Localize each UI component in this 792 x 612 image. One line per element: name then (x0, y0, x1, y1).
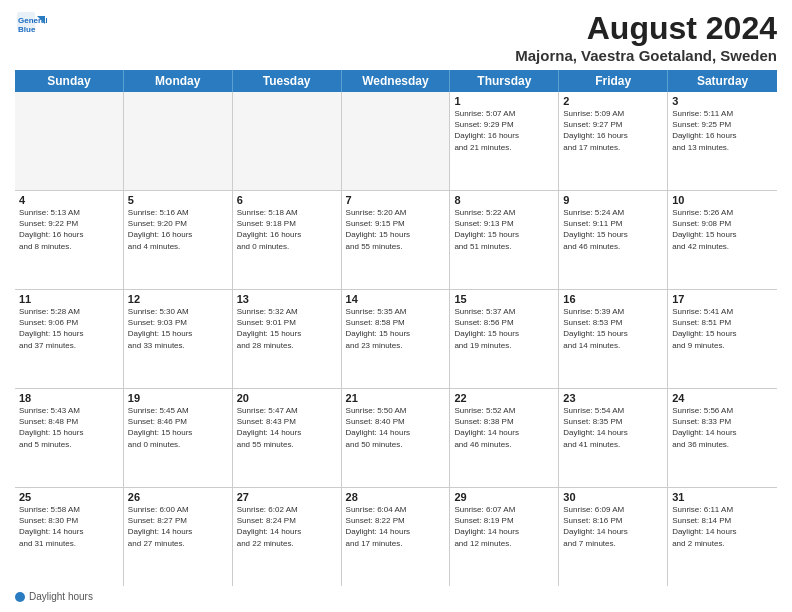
day-info: Sunrise: 5:58 AM Sunset: 8:30 PM Dayligh… (19, 504, 119, 549)
header-cell-tuesday: Tuesday (233, 70, 342, 92)
day-info: Sunrise: 5:54 AM Sunset: 8:35 PM Dayligh… (563, 405, 663, 450)
day-info: Sunrise: 5:37 AM Sunset: 8:56 PM Dayligh… (454, 306, 554, 351)
day-info: Sunrise: 5:32 AM Sunset: 9:01 PM Dayligh… (237, 306, 337, 351)
day-number: 27 (237, 491, 337, 503)
day-number: 30 (563, 491, 663, 503)
day-number: 26 (128, 491, 228, 503)
day-info: Sunrise: 5:56 AM Sunset: 8:33 PM Dayligh… (672, 405, 773, 450)
day-cell-25: 25Sunrise: 5:58 AM Sunset: 8:30 PM Dayli… (15, 488, 124, 586)
day-cell-9: 9Sunrise: 5:24 AM Sunset: 9:11 PM Daylig… (559, 191, 668, 289)
day-cell-15: 15Sunrise: 5:37 AM Sunset: 8:56 PM Dayli… (450, 290, 559, 388)
day-info: Sunrise: 5:39 AM Sunset: 8:53 PM Dayligh… (563, 306, 663, 351)
day-info: Sunrise: 5:11 AM Sunset: 9:25 PM Dayligh… (672, 108, 773, 153)
day-number: 25 (19, 491, 119, 503)
day-number: 18 (19, 392, 119, 404)
day-cell-empty-0 (15, 92, 124, 190)
header-cell-friday: Friday (559, 70, 668, 92)
day-info: Sunrise: 5:47 AM Sunset: 8:43 PM Dayligh… (237, 405, 337, 450)
day-cell-3: 3Sunrise: 5:11 AM Sunset: 9:25 PM Daylig… (668, 92, 777, 190)
day-number: 4 (19, 194, 119, 206)
day-info: Sunrise: 5:35 AM Sunset: 8:58 PM Dayligh… (346, 306, 446, 351)
day-number: 21 (346, 392, 446, 404)
day-info: Sunrise: 5:16 AM Sunset: 9:20 PM Dayligh… (128, 207, 228, 252)
day-info: Sunrise: 6:04 AM Sunset: 8:22 PM Dayligh… (346, 504, 446, 549)
day-number: 28 (346, 491, 446, 503)
day-cell-10: 10Sunrise: 5:26 AM Sunset: 9:08 PM Dayli… (668, 191, 777, 289)
day-number: 14 (346, 293, 446, 305)
title-block: August 2024 Majorna, Vaestra Goetaland, … (515, 10, 777, 64)
page-title: August 2024 (515, 10, 777, 47)
calendar: SundayMondayTuesdayWednesdayThursdayFrid… (15, 70, 777, 586)
day-info: Sunrise: 5:30 AM Sunset: 9:03 PM Dayligh… (128, 306, 228, 351)
day-number: 9 (563, 194, 663, 206)
day-number: 12 (128, 293, 228, 305)
day-number: 22 (454, 392, 554, 404)
day-number: 11 (19, 293, 119, 305)
day-number: 20 (237, 392, 337, 404)
header-cell-wednesday: Wednesday (342, 70, 451, 92)
day-cell-19: 19Sunrise: 5:45 AM Sunset: 8:46 PM Dayli… (124, 389, 233, 487)
day-info: Sunrise: 5:07 AM Sunset: 9:29 PM Dayligh… (454, 108, 554, 153)
day-info: Sunrise: 5:28 AM Sunset: 9:06 PM Dayligh… (19, 306, 119, 351)
svg-text:Blue: Blue (18, 25, 36, 34)
day-info: Sunrise: 5:13 AM Sunset: 9:22 PM Dayligh… (19, 207, 119, 252)
day-cell-20: 20Sunrise: 5:47 AM Sunset: 8:43 PM Dayli… (233, 389, 342, 487)
day-number: 29 (454, 491, 554, 503)
day-info: Sunrise: 5:52 AM Sunset: 8:38 PM Dayligh… (454, 405, 554, 450)
day-number: 10 (672, 194, 773, 206)
day-cell-30: 30Sunrise: 6:09 AM Sunset: 8:16 PM Dayli… (559, 488, 668, 586)
day-cell-6: 6Sunrise: 5:18 AM Sunset: 9:18 PM Daylig… (233, 191, 342, 289)
day-number: 17 (672, 293, 773, 305)
day-number: 8 (454, 194, 554, 206)
day-number: 31 (672, 491, 773, 503)
day-info: Sunrise: 5:45 AM Sunset: 8:46 PM Dayligh… (128, 405, 228, 450)
day-cell-29: 29Sunrise: 6:07 AM Sunset: 8:19 PM Dayli… (450, 488, 559, 586)
logo: General Blue (15, 10, 47, 42)
day-cell-21: 21Sunrise: 5:50 AM Sunset: 8:40 PM Dayli… (342, 389, 451, 487)
calendar-body: 1Sunrise: 5:07 AM Sunset: 9:29 PM Daylig… (15, 92, 777, 586)
day-info: Sunrise: 6:09 AM Sunset: 8:16 PM Dayligh… (563, 504, 663, 549)
day-cell-26: 26Sunrise: 6:00 AM Sunset: 8:27 PM Dayli… (124, 488, 233, 586)
day-cell-4: 4Sunrise: 5:13 AM Sunset: 9:22 PM Daylig… (15, 191, 124, 289)
day-cell-16: 16Sunrise: 5:39 AM Sunset: 8:53 PM Dayli… (559, 290, 668, 388)
day-cell-23: 23Sunrise: 5:54 AM Sunset: 8:35 PM Dayli… (559, 389, 668, 487)
day-cell-8: 8Sunrise: 5:22 AM Sunset: 9:13 PM Daylig… (450, 191, 559, 289)
week-row-1: 1Sunrise: 5:07 AM Sunset: 9:29 PM Daylig… (15, 92, 777, 191)
day-number: 3 (672, 95, 773, 107)
day-number: 23 (563, 392, 663, 404)
day-cell-7: 7Sunrise: 5:20 AM Sunset: 9:15 PM Daylig… (342, 191, 451, 289)
week-row-3: 11Sunrise: 5:28 AM Sunset: 9:06 PM Dayli… (15, 290, 777, 389)
calendar-header: SundayMondayTuesdayWednesdayThursdayFrid… (15, 70, 777, 92)
logo-svg: General Blue (15, 10, 47, 42)
day-cell-14: 14Sunrise: 5:35 AM Sunset: 8:58 PM Dayli… (342, 290, 451, 388)
day-info: Sunrise: 6:07 AM Sunset: 8:19 PM Dayligh… (454, 504, 554, 549)
header-cell-monday: Monday (124, 70, 233, 92)
day-info: Sunrise: 6:00 AM Sunset: 8:27 PM Dayligh… (128, 504, 228, 549)
header-cell-thursday: Thursday (450, 70, 559, 92)
day-number: 13 (237, 293, 337, 305)
footer: Daylight hours (15, 591, 777, 602)
day-cell-13: 13Sunrise: 5:32 AM Sunset: 9:01 PM Dayli… (233, 290, 342, 388)
day-info: Sunrise: 6:11 AM Sunset: 8:14 PM Dayligh… (672, 504, 773, 549)
day-info: Sunrise: 5:09 AM Sunset: 9:27 PM Dayligh… (563, 108, 663, 153)
day-cell-31: 31Sunrise: 6:11 AM Sunset: 8:14 PM Dayli… (668, 488, 777, 586)
day-number: 19 (128, 392, 228, 404)
day-info: Sunrise: 6:02 AM Sunset: 8:24 PM Dayligh… (237, 504, 337, 549)
page: General Blue August 2024 Majorna, Vaestr… (0, 0, 792, 612)
day-info: Sunrise: 5:18 AM Sunset: 9:18 PM Dayligh… (237, 207, 337, 252)
day-cell-empty-3 (342, 92, 451, 190)
day-cell-17: 17Sunrise: 5:41 AM Sunset: 8:51 PM Dayli… (668, 290, 777, 388)
day-cell-27: 27Sunrise: 6:02 AM Sunset: 8:24 PM Dayli… (233, 488, 342, 586)
header-cell-sunday: Sunday (15, 70, 124, 92)
day-cell-5: 5Sunrise: 5:16 AM Sunset: 9:20 PM Daylig… (124, 191, 233, 289)
day-number: 7 (346, 194, 446, 206)
day-cell-1: 1Sunrise: 5:07 AM Sunset: 9:29 PM Daylig… (450, 92, 559, 190)
day-info: Sunrise: 5:22 AM Sunset: 9:13 PM Dayligh… (454, 207, 554, 252)
day-info: Sunrise: 5:43 AM Sunset: 8:48 PM Dayligh… (19, 405, 119, 450)
day-cell-2: 2Sunrise: 5:09 AM Sunset: 9:27 PM Daylig… (559, 92, 668, 190)
day-info: Sunrise: 5:20 AM Sunset: 9:15 PM Dayligh… (346, 207, 446, 252)
day-number: 24 (672, 392, 773, 404)
week-row-5: 25Sunrise: 5:58 AM Sunset: 8:30 PM Dayli… (15, 488, 777, 586)
week-row-2: 4Sunrise: 5:13 AM Sunset: 9:22 PM Daylig… (15, 191, 777, 290)
day-cell-24: 24Sunrise: 5:56 AM Sunset: 8:33 PM Dayli… (668, 389, 777, 487)
